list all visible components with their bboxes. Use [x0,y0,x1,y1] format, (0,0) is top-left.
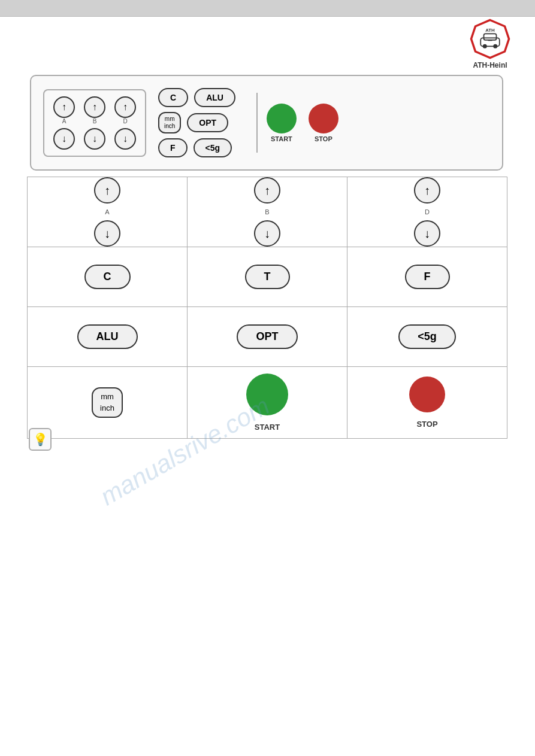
inch-label: inch [164,123,175,130]
arrow-group-b-down: ↓ [84,128,105,150]
arrow-group-a: ↑ [53,96,75,118]
svg-point-3 [483,44,487,48]
panel-right: START STOP [267,104,338,142]
grid-cell-d-arrows: ↑ D ↓ [347,177,507,247]
grid-arrow-b-up[interactable]: ↑ [254,177,280,204]
grid-label-d: D [425,208,430,215]
ath-logo: ATH [469,18,511,60]
grid-cell-b-arrows: ↑ B ↓ [188,177,347,247]
grid-btn-c[interactable]: C [84,265,131,289]
stop-label: STOP [315,135,333,142]
arrow-groups-labels: A B D [53,119,136,125]
cell-inner-d: ↑ D ↓ [347,177,507,247]
grid-btn-5g[interactable]: <5g [398,324,456,349]
label-d: D [114,118,136,125]
stop-group: STOP [309,104,338,142]
grid-cell-alu: ALU [28,307,188,367]
arrow-d-up-btn[interactable]: ↑ [114,96,136,118]
grid-label-b: B [265,208,269,215]
grid-cell-opt: OPT [188,307,347,367]
panel-center-row1: C ALU [158,88,235,107]
grid-inch-label: inch [100,403,114,414]
grid-start-btn[interactable] [246,374,288,415]
cell-inner-start: START [188,374,347,432]
cell-inner-5g: <5g [347,324,507,349]
cell-inner-f: F [347,265,507,289]
cell-inner-t: T [188,265,347,289]
grid-row-ctf: C T F [28,247,507,307]
grid-cell-mm-inch: mm inch [28,367,188,439]
grid-cell-f: F [347,247,507,307]
grid-arrow-d-down[interactable]: ↓ [414,220,440,247]
grid-cell-t: T [188,247,347,307]
grid-row-arrows: ↑ A ↓ ↑ B ↓ ↑ D ↓ [28,177,507,247]
grid-cell-stop: STOP [347,367,507,439]
arrow-b-down-btn[interactable]: ↓ [84,128,105,150]
cell-inner-b: ↑ B ↓ [188,177,347,247]
panel-left: ↑ ↑ ↑ A B D ↓ ↓ ↓ [43,89,146,157]
grid-cell-start: START [188,367,347,439]
label-a: A [53,118,75,125]
arrow-b-up-btn[interactable]: ↑ [84,96,105,118]
lightbulb-icon: 💡 [33,432,48,447]
cell-inner-opt: OPT [188,324,347,349]
cell-inner-a: ↑ A ↓ [28,177,187,247]
grid-btn-mm-inch[interactable]: mm inch [92,387,123,417]
grid-start-label: START [255,423,280,432]
arrow-group-a-down: ↓ [53,128,75,150]
panel-center: C ALU mm inch OPT F <5g [158,88,235,157]
grid-stop-btn[interactable] [409,377,445,412]
button-grid-table: ↑ A ↓ ↑ B ↓ ↑ D ↓ C [27,177,507,439]
btn-f[interactable]: F [158,138,188,157]
cell-inner-stop: STOP [347,377,507,429]
grid-btn-t[interactable]: T [245,265,290,289]
svg-marker-0 [471,20,509,58]
start-btn[interactable] [267,104,297,133]
btn-opt[interactable]: OPT [187,113,228,132]
arrow-group-d: ↑ [114,96,136,118]
grid-arrow-d-up[interactable]: ↑ [414,177,440,204]
cell-inner-c: C [28,265,187,289]
arrow-group-b: ↑ [84,96,105,118]
start-label: START [271,135,292,142]
arrow-a-up-btn[interactable]: ↑ [53,96,75,118]
btn-mm-inch[interactable]: mm inch [158,112,181,133]
panel-center-row2: mm inch OPT [158,112,235,133]
grid-cell-c: C [28,247,188,307]
grid-arrow-a-down[interactable]: ↓ [94,220,120,247]
logo-label: ATH-Heinl [473,61,507,69]
lightbulb-box: 💡 [29,428,52,451]
grid-arrow-b-down[interactable]: ↓ [254,220,280,247]
panel-right-btns: START STOP [267,104,338,142]
grid-mm-label: mm [101,391,114,402]
cell-inner-mm-inch: mm inch [28,387,187,417]
arrow-d-down-btn[interactable]: ↓ [114,128,136,150]
arrow-group-d-down: ↓ [114,128,136,150]
panel-divider [256,93,258,153]
mm-label: mm [165,116,175,123]
grid-stop-label: STOP [416,420,437,429]
panel-center-row3: F <5g [158,138,235,157]
arrow-groups-row-down: ↓ ↓ ↓ [53,128,136,150]
arrow-groups-row-up: ↑ ↑ ↑ [53,96,136,118]
btn-5g[interactable]: <5g [194,138,232,157]
btn-c[interactable]: C [158,88,188,107]
grid-label-a: A [105,208,109,215]
grid-btn-opt[interactable]: OPT [237,324,297,349]
grid-cell-a-arrows: ↑ A ↓ [28,177,188,247]
grid-row-alu-opt-5g: ALU OPT <5g [28,307,507,367]
logo-area: ATH ATH-Heinl [469,18,511,69]
grid-btn-f[interactable]: F [405,265,450,289]
label-b: B [84,118,105,125]
start-group: START [267,104,297,142]
grid-btn-alu[interactable]: ALU [77,324,138,349]
btn-alu[interactable]: ALU [194,88,235,107]
top-bar [0,0,535,17]
svg-text:ATH: ATH [485,28,495,33]
stop-btn[interactable] [309,104,338,133]
grid-cell-5g: <5g [347,307,507,367]
svg-point-4 [493,44,497,48]
grid-row-last: mm inch START STOP [28,367,507,439]
grid-arrow-a-up[interactable]: ↑ [94,177,120,204]
arrow-a-down-btn[interactable]: ↓ [53,128,75,150]
